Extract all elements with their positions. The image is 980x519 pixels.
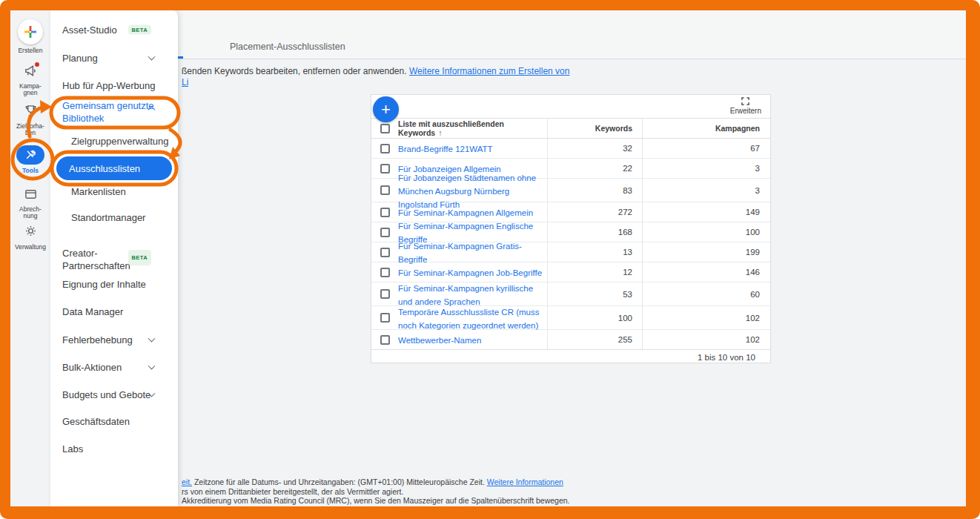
menu-item-ausschlusslisten-selected[interactable]: Ausschlusslisten (56, 156, 172, 180)
menu-item-markenlisten[interactable]: Markenlisten (71, 185, 170, 198)
campaigns-count: 149 (642, 202, 770, 222)
menu-item-labs[interactable]: Labs (62, 442, 170, 455)
google-ads-window: Erstellen Kampa-gnen Zielvorha-ben (10, 10, 966, 506)
rail-item-tools[interactable]: Tools (10, 145, 50, 174)
campaigns-count: 199 (642, 242, 770, 262)
column-header-campaigns[interactable]: Kampagnen (642, 119, 770, 138)
row-checkbox[interactable] (380, 313, 390, 323)
list-name-link[interactable]: Brand-Begriffe 121WATT (398, 145, 493, 153)
rail-item-zielvorhaben[interactable]: Zielvorha-ben (10, 104, 50, 136)
page-description: ßenden Keywords bearbeiten, entfernen od… (182, 66, 569, 76)
menu-item-standortmanager[interactable]: Standortmanager (71, 211, 170, 224)
menu-item-hub-app-werbung[interactable]: Hub für App-Werbung (62, 79, 170, 92)
beta-badge: BETA (128, 250, 151, 265)
add-list-button[interactable]: + (373, 96, 399, 122)
row-checkbox[interactable] (380, 164, 390, 173)
tab-placement-ausschlusslisten[interactable]: Placement-Ausschlusslisten (230, 42, 345, 52)
column-header-keywords[interactable]: Keywords (547, 119, 642, 138)
select-all-checkbox[interactable] (380, 124, 390, 133)
menu-item-geschaeftsdaten[interactable]: Geschäftsdaten (62, 414, 170, 428)
keywords-count: 100 (547, 306, 642, 329)
billing-card-icon (24, 187, 38, 204)
expand-button[interactable]: Erweitern (730, 97, 761, 115)
column-header-name[interactable]: Liste mit auszuschließenden Keywords↑ (398, 119, 547, 137)
keywords-count: 255 (547, 330, 642, 349)
chevron-up-icon (148, 106, 156, 113)
menu-item-budgets-und-gebote[interactable]: Budgets und Gebote (62, 388, 170, 401)
row-checkbox[interactable] (380, 289, 390, 299)
rail-label: Verwaltung (15, 243, 46, 251)
table-row: Für Seminar-Kampagnen kyrillische und an… (371, 282, 770, 306)
list-name-link[interactable]: Für Jobanzeigen Städtenamen ohne München… (398, 173, 536, 209)
tools-menu-panel: Asset-Studio BETA Planung Hub für App-We… (50, 10, 178, 506)
row-checkbox[interactable] (380, 208, 390, 217)
active-tab-indicator (178, 56, 183, 59)
rail-label: Erstellen (18, 47, 42, 54)
rail-item-kampagnen[interactable]: Kampa-gnen (10, 64, 50, 96)
menu-item-eignung-der-inhalte[interactable]: Eignung der Inhalte (62, 277, 170, 291)
row-checkbox[interactable] (380, 144, 390, 153)
row-checkbox[interactable] (380, 248, 390, 257)
menu-item-bulk-aktionen[interactable]: Bulk-Aktionen (62, 360, 170, 374)
learn-more-link[interactable]: Weitere Informationen zum Erstellen von (409, 66, 570, 76)
list-name-link[interactable]: Für Seminar-Kampagnen Job-Begriffe (398, 268, 542, 277)
description-text: ßenden Keywords bearbeiten, entfernen od… (182, 66, 409, 76)
menu-item-data-manager[interactable]: Data Manager (62, 305, 170, 318)
list-name-link[interactable]: Wettbewerber-Namen (398, 336, 481, 345)
keywords-count: 12 (547, 262, 642, 282)
menu-item-planung[interactable]: Planung (62, 51, 170, 65)
exclusion-lists-table: + Erweitern Liste mit auszuschließenden … (371, 94, 771, 363)
table-row: Temporäre Ausschlussliste CR (muss noch … (371, 306, 770, 330)
nav-rail: Erstellen Kampa-gnen Zielvorha-ben (10, 10, 50, 506)
megaphone-icon (24, 64, 38, 81)
sort-asc-icon: ↑ (438, 128, 443, 137)
beta-badge: BETA (128, 25, 151, 35)
menu-item-creator-partnerschaften[interactable]: Creator- Partnerschaften BETA (62, 247, 170, 272)
list-name-link[interactable]: Für Seminar-Kampagnen Allgemein (398, 208, 533, 217)
row-checkbox[interactable] (380, 335, 390, 345)
chevron-down-icon (148, 335, 156, 343)
table-row: Wettbewerber-Namen 255 102 (371, 330, 770, 350)
rail-item-abrechnung[interactable]: Abrech-nung (10, 187, 50, 219)
keywords-count: 53 (547, 282, 642, 305)
footer-link-fragment[interactable]: eit. (182, 477, 192, 486)
tools-icon (16, 145, 44, 165)
trophy-icon (24, 104, 38, 121)
menu-item-gemeinsam-genutzte-bibliothek[interactable]: Gemeinsam genutzte Bibliothek (62, 99, 170, 125)
expand-icon (741, 97, 749, 105)
menu-item-fehlerbehebung[interactable]: Fehlerbehebung (62, 333, 170, 346)
table-toolbar: + Erweitern (371, 95, 770, 118)
pagination-status: 1 bis 10 von 10 (371, 350, 770, 365)
row-checkbox[interactable] (380, 268, 390, 277)
create-plus-icon (18, 19, 43, 44)
footer-more-info-link[interactable]: Weitere Informationen (487, 477, 563, 486)
campaigns-count: 67 (642, 139, 770, 158)
menu-item-zielgruppenverwaltung[interactable]: Zielgruppenverwaltung (71, 134, 170, 148)
menu-item-asset-studio[interactable]: Asset-Studio BETA (62, 23, 170, 36)
campaigns-count: 3 (642, 179, 770, 202)
chevron-down-icon (148, 53, 156, 61)
page-footer: eit. Zeitzone für alle Datums- und Uhrze… (182, 477, 570, 506)
table-row: Für Seminar-Kampagnen Gratis-Begriffe 13… (371, 242, 770, 262)
notification-dot (35, 62, 39, 67)
keywords-count: 13 (547, 242, 642, 262)
row-checkbox[interactable] (380, 228, 390, 237)
campaigns-count: 102 (642, 330, 770, 349)
list-name-link[interactable]: Temporäre Ausschlussliste CR (muss noch … (398, 308, 539, 330)
table-row: Für Seminar-Kampagnen Job-Begriffe 12 14… (371, 262, 770, 282)
footer-line-3: Akkreditierung vom Media Rating Council … (182, 496, 570, 506)
keywords-count: 272 (547, 202, 642, 222)
keywords-count: 22 (547, 159, 642, 178)
row-checkbox[interactable] (380, 185, 390, 195)
tab-bar: Placement-Ausschlusslisten (50, 10, 966, 59)
list-name-link[interactable]: Für Seminar-Kampagnen Gratis-Begriffe (398, 242, 522, 264)
campaigns-count: 3 (642, 159, 770, 178)
campaigns-count: 100 (642, 222, 770, 242)
rail-item-verwaltung[interactable]: Verwaltung (10, 224, 50, 251)
campaigns-count: 146 (642, 262, 770, 282)
rail-label: Tools (22, 167, 39, 174)
rail-item-erstellen[interactable]: Erstellen (10, 19, 50, 54)
list-name-link[interactable]: Für Seminar-Kampagnen kyrillische und an… (398, 284, 533, 306)
footer-line-1: eit. Zeitzone für alle Datums- und Uhrze… (182, 477, 570, 487)
link-fragment[interactable]: Li (182, 77, 188, 87)
